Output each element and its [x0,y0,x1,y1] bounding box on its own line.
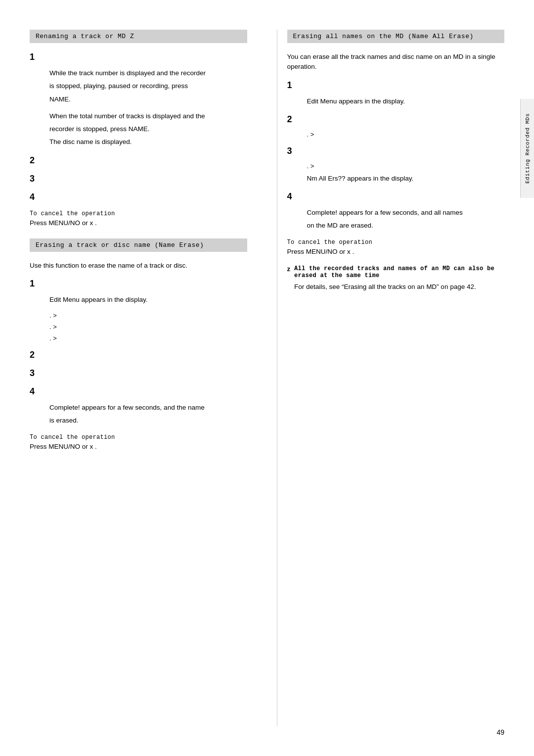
step-1-content: While the track number is displayed and … [49,68,247,104]
erase-complete: Complete! appears for a few seconds, and… [49,403,247,426]
erase-name-header: Erasing a track or disc name (Name Erase… [30,238,247,252]
right-column: Erasing all names on the MD (Name All Er… [277,30,505,726]
warning-bold-text: All the recorded tracks and names of an … [294,265,504,279]
step-1-note: When the total number of tracks is displ… [49,111,247,147]
step-1-note-line3: The disc name is displayed. [49,137,247,147]
all-cancel: To cancel the operation Press MENU/NO or… [287,239,505,255]
warning-bullet: z [287,265,291,292]
erase-cancel: To cancel the operation Press MENU/NO or… [30,434,247,450]
step-1-note-line2: recorder is stopped, press NAME. [49,124,247,134]
rename-cancel-text: Press MENU/NO or x . [30,219,247,227]
warning-detail: For details, see “Erasing all the tracks… [294,282,504,292]
rename-section: Renaming a track or MD Z 1 While the tra… [30,30,247,227]
step-1-line3: NAME. [49,94,247,104]
left-column: Renaming a track or MD Z 1 While the tra… [30,30,257,726]
sidebar-tab: Editing Recorded MDs [520,99,534,198]
erase-complete-line2: is erased. [49,416,247,425]
step-1-note-line1: When the total number of tracks is displ… [49,111,247,121]
erase-arrow-3: . > [49,334,247,342]
step-4-number: 4 [30,192,247,202]
all-step-3-number: 3 [287,146,505,156]
all-cancel-label: To cancel the operation [287,239,505,246]
erase-all-intro: You can erase all the track names and di… [287,52,505,72]
warning-note: z All the recorded tracks and names of a… [287,265,505,292]
erase-name-intro: Use this function to erase the name of a… [30,261,247,271]
all-complete: Complete! appears for a few seconds, and… [307,208,505,231]
all-complete-line2: on the MD are erased. [307,221,505,231]
erase-step-1-number: 1 [30,279,247,289]
erase-step-2-number: 2 [30,350,247,360]
erase-name-section: Erasing a track or disc name (Name Erase… [30,238,247,450]
all-step-1-content: Edit Menu appears in the display. [307,96,505,106]
erase-cancel-label: To cancel the operation [30,434,247,441]
erase-step-3-number: 3 [30,368,247,378]
erase-complete-line1: Complete! appears for a few seconds, and… [49,403,247,413]
all-step-3-note: Nm All Ers?? appears in the display. [307,174,505,184]
all-arrow-2: . > [307,131,505,138]
all-step-1-number: 1 [287,80,505,91]
all-step-2-number: 2 [287,114,505,125]
all-step-1-line: Edit Menu appears in the display. [307,96,505,106]
all-arrow-3: . > [307,162,505,170]
erase-step-1-line: Edit Menu appears in the display. [49,295,247,305]
erase-arrow-2: . > [49,323,247,331]
all-nm-all-ers: Nm All Ers?? appears in the display. [307,174,505,184]
rename-cancel-label: To cancel the operation [30,210,247,217]
rename-section-header: Renaming a track or MD Z [30,30,247,43]
step-2-number: 2 [30,155,247,166]
erase-all-section: Erasing all names on the MD (Name All Er… [287,30,505,292]
step-3-number: 3 [30,174,247,184]
erase-arrow-1: . > [49,312,247,319]
warning-content: All the recorded tracks and names of an … [294,265,504,292]
erase-all-header: Erasing all names on the MD (Name All Er… [287,30,505,43]
page-number: 49 [496,728,504,736]
rename-cancel: To cancel the operation Press MENU/NO or… [30,210,247,227]
step-1-number: 1 [30,52,247,62]
erase-step-1-content: Edit Menu appears in the display. [49,295,247,305]
step-1-line1: While the track number is displayed and … [49,68,247,78]
erase-step-4-number: 4 [30,386,247,397]
erase-cancel-text: Press MENU/NO or x . [30,443,247,450]
all-complete-line1: Complete! appears for a few seconds, and… [307,208,505,218]
step-1-line2: is stopped, playing, paused or recording… [49,81,247,91]
all-cancel-text: Press MENU/NO or x . [287,248,505,255]
sidebar-tab-label: Editing Recorded MDs [525,113,531,184]
all-step-4-number: 4 [287,191,505,202]
